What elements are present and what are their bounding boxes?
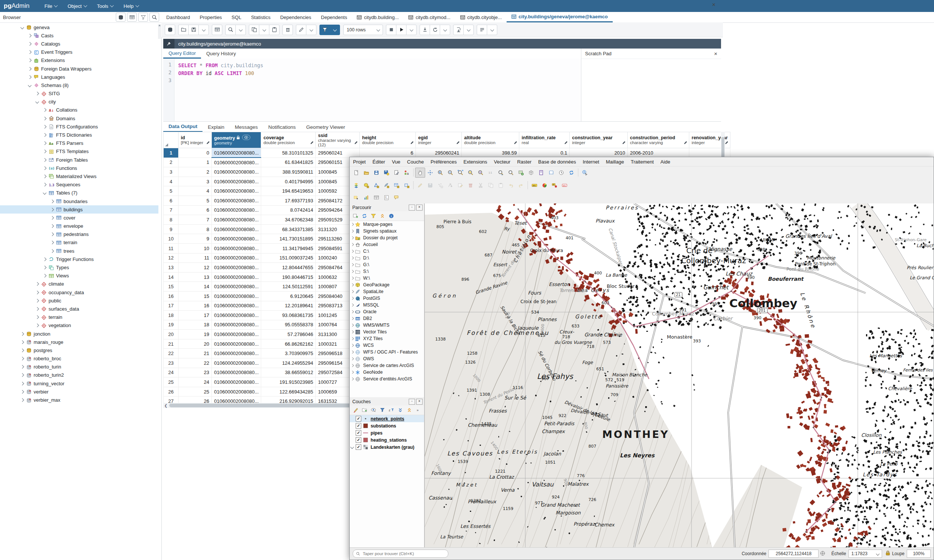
- refresh-map-button[interactable]: [566, 168, 576, 178]
- tab-dependents[interactable]: Dependents: [316, 12, 352, 22]
- caret-button[interactable]: [487, 25, 497, 35]
- browser-item-marque-pages[interactable]: Marque-pages: [350, 221, 424, 228]
- search-button[interactable]: [225, 25, 236, 35]
- column-header-construction_year[interactable]: construction_yearinteger: [570, 132, 628, 148]
- browser-item-service-d-entit-s-arcgis[interactable]: Service d'entités ArcGIS: [350, 375, 424, 382]
- browser-item-wms-wmts[interactable]: WMS/WMTS: [350, 322, 424, 329]
- tree-item-roberto-turin2[interactable]: xroberto_turin2: [0, 371, 159, 379]
- delete-row-button[interactable]: [282, 25, 293, 35]
- open-project-button[interactable]: [361, 168, 371, 178]
- sql-editor[interactable]: 123 SELECT * FROM city.buildingsORDER BY…: [163, 58, 581, 122]
- tree-item-geneva[interactable]: geneva: [0, 23, 159, 31]
- zoom-out-button[interactable]: [445, 168, 455, 178]
- qgis-menu-couche[interactable]: Couche: [404, 159, 427, 165]
- qgis-menu-base-de-donn-es[interactable]: Base de données: [535, 159, 579, 165]
- tree-item-marais-rouge[interactable]: xmarais_rouge: [0, 338, 159, 346]
- tree-item-tables-7-[interactable]: Tables (7): [0, 189, 159, 197]
- refresh-browser-icon[interactable]: [360, 212, 368, 220]
- macros-button[interactable]: [477, 25, 487, 35]
- locator-search-input[interactable]: [362, 551, 435, 556]
- tree-item-terrain[interactable]: terrain: [0, 238, 159, 247]
- tree-item-roberto-turin[interactable]: xroberto_turin: [0, 363, 159, 371]
- layer-item-substations[interactable]: ✓substations: [350, 422, 424, 429]
- column-header-construction_period[interactable]: construction_periodcharacter varying: [628, 132, 689, 148]
- tab-dependencies[interactable]: Dependencies: [275, 12, 316, 22]
- qgis-menu-projet[interactable]: Projet: [350, 159, 369, 165]
- new-memory-layer-button[interactable]: [402, 180, 412, 191]
- layer-checkbox[interactable]: ✓: [356, 430, 361, 436]
- new-layout-button[interactable]: [536, 168, 546, 178]
- digitize-button[interactable]: [435, 180, 445, 191]
- add-group-icon[interactable]: [360, 406, 368, 414]
- data-source-manager-button[interactable]: [351, 180, 361, 191]
- tree-item-city[interactable]: city: [0, 98, 159, 106]
- tree-item-buildings[interactable]: buildings: [0, 205, 159, 214]
- tree-item-jonction[interactable]: jonction: [0, 330, 159, 338]
- browser-item-accueil[interactable]: Accueil: [350, 241, 424, 248]
- add-selected-layers-icon[interactable]: [351, 212, 359, 220]
- qgis-menu-extensions[interactable]: Extensions: [460, 159, 491, 165]
- column-header-height[interactable]: heightdouble precision: [360, 132, 416, 148]
- column-header-ssid[interactable]: ssidcharacter varying (12): [316, 132, 360, 148]
- tree-item-domains[interactable]: Domains: [0, 114, 159, 123]
- output-tab-notifications[interactable]: Notifications: [263, 122, 301, 132]
- tree-item-materialized-views[interactable]: Materialized Views: [0, 172, 159, 180]
- tree-item-fts-parsers[interactable]: AaFTS Parsers: [0, 139, 159, 148]
- menu-help[interactable]: Help: [119, 0, 144, 12]
- caret-button[interactable]: [406, 25, 416, 35]
- output-tab-data-output[interactable]: Data Output: [163, 122, 202, 132]
- column-header-egid[interactable]: egidinteger: [416, 132, 462, 148]
- tree-item-roberto-broc[interactable]: xroberto_broc: [0, 355, 159, 363]
- stop-button[interactable]: [386, 25, 396, 35]
- zoom-next-button[interactable]: [506, 168, 516, 178]
- menu-file[interactable]: File: [39, 0, 62, 12]
- play-button[interactable]: [396, 25, 407, 35]
- zoom-layer-button[interactable]: [476, 168, 485, 178]
- save-results-button[interactable]: [453, 25, 464, 35]
- dependencies-grid-icon[interactable]: [127, 13, 137, 22]
- caret-button[interactable]: [463, 25, 474, 35]
- new-geopackage-button[interactable]: [361, 180, 371, 191]
- caret-button[interactable]: [440, 25, 450, 35]
- collapse-all-icon[interactable]: [378, 212, 386, 220]
- caret-button[interactable]: [235, 25, 246, 35]
- tab-close-icon[interactable]: ×: [712, 2, 715, 8]
- commit-button[interactable]: [419, 25, 430, 35]
- browser-item-geonode[interactable]: GeoNode: [350, 369, 424, 375]
- filter-options-button[interactable]: [330, 25, 340, 35]
- save-project-as-button[interactable]: [381, 168, 391, 178]
- open-file-button[interactable]: [178, 25, 189, 35]
- new-3d-view-button[interactable]: [526, 168, 536, 178]
- search-icon[interactable]: [150, 13, 159, 22]
- tree-item-functions[interactable]: (≡)Functions: [0, 164, 159, 172]
- cut-features-button[interactable]: [476, 180, 485, 191]
- qgis-menu-vue[interactable]: Vue: [388, 159, 404, 165]
- save-project-button[interactable]: [371, 168, 381, 178]
- vertex-tool-button[interactable]: [445, 180, 455, 191]
- output-tab-explain[interactable]: Explain: [202, 122, 230, 132]
- save-edits-button[interactable]: [425, 180, 435, 191]
- grid-row[interactable]: 10010600002008080...58.31010132529506024…: [163, 148, 731, 158]
- tree-item-verbier[interactable]: xverbier: [0, 388, 159, 396]
- connections-button[interactable]: [165, 25, 175, 35]
- tree-item-fts-configurations[interactable]: FTS Configurations: [0, 123, 159, 131]
- new-shapefile-button[interactable]: [371, 180, 381, 191]
- tree-item-types[interactable]: Types: [0, 263, 159, 271]
- copy-button[interactable]: [249, 25, 259, 35]
- caret-button[interactable]: [198, 25, 209, 35]
- temporal-control-button[interactable]: [556, 168, 566, 178]
- browser-item-service-de-cartes-arcgis[interactable]: Service de cartes ArcGIS: [350, 362, 424, 369]
- extents-icon[interactable]: [820, 551, 825, 557]
- tree-item-terrain[interactable]: terrain: [0, 313, 159, 322]
- modify-attributes-button[interactable]: [455, 180, 465, 191]
- scratch-pad-close-icon[interactable]: ×: [714, 51, 717, 57]
- tab-sql[interactable]: SQL: [227, 12, 246, 22]
- new-virtual-layer-button[interactable]: [391, 180, 402, 191]
- tree-item-foreign-data-wrappers[interactable]: Foreign Data Wrappers: [0, 65, 159, 73]
- column-header-geometry[interactable]: geometrygeometry: [212, 132, 261, 148]
- tree-item-trees[interactable]: trees: [0, 247, 159, 255]
- move-label-button[interactable]: ab: [550, 180, 559, 191]
- column-header-infiltration_rate[interactable]: infiltration_ratereal: [519, 132, 570, 148]
- tab-statistics[interactable]: Statistics: [246, 12, 275, 22]
- new-map-view-button[interactable]: [516, 168, 526, 178]
